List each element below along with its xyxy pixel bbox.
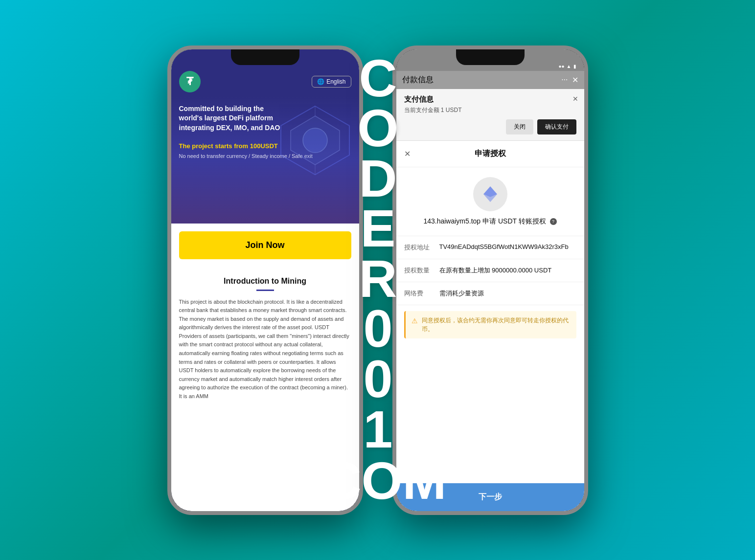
amount-value: 1 USDT [441,107,462,113]
close-button[interactable]: 关闭 [506,119,533,134]
hero-section: Committed to building the world's larges… [171,96,359,224]
eth-icon-wrap [396,177,584,211]
auth-title: 申请授权 [475,149,506,159]
status-icons-right: ●● ▲ ▮ [559,64,576,69]
right-phone: ●● ▲ ▮ 付款信息 ··· ✕ 支付信息 当前支付金额 1 USDT [392,45,588,515]
auth-sheet: ✕ 申请授权 143.haiwaiym5.top 申请 USDT 转账授权 ? [396,141,584,511]
hero-graphic [276,101,354,179]
svg-point-2 [303,128,327,153]
left-phone: ₮ 🌐 English Committed to building the wo… [167,45,363,515]
auth-row-network: 网络费 需消耗少量资源 [396,282,584,305]
intro-body: This project is about the blockchain pro… [179,298,351,401]
battery-icon: ▮ [573,64,576,69]
auth-domain: 143.haiwaiym5.top 申请 USDT 转账授权 ? [396,217,584,226]
payment-title: 支付信息 [404,95,576,104]
top-close-button[interactable]: ✕ [572,75,578,85]
eth-icon [473,177,507,211]
wifi-icon: ▲ [567,64,572,69]
warning-icon: ⚠ [412,316,418,334]
logo-symbol: ₮ [186,75,193,88]
phones-container: ₮ 🌐 English Committed to building the wo… [167,45,588,515]
globe-icon: 🌐 [317,78,324,85]
row-label-amount: 授权数量 [404,266,434,275]
auth-close-button[interactable]: ✕ [404,149,411,158]
payment-actions: 关闭 确认支付 [404,119,576,134]
auth-row-amount: 授权数量 在原有数量上增加 9000000.0000 USDT [396,259,584,282]
row-value-address: TV49nEADdqtS5BGfWotN1KWW9Ak32r3xFb [439,243,569,252]
warning-banner: ⚠ 同意授权后，该合约无需你再次同意即可转走你授权的代币。 [404,311,576,338]
language-button[interactable]: 🌐 English [312,76,351,88]
next-step-button[interactable]: 下一步 [396,483,584,511]
top-bar-title: 付款信息 [402,75,434,85]
lang-label: English [326,78,345,85]
right-phone-notch [456,49,525,65]
auth-rows: 授权地址 TV49nEADdqtS5BGfWotN1KWW9Ak32r3xFb … [396,236,584,483]
signal-icon: ●● [559,64,565,69]
join-now-button[interactable]: Join Now [179,231,351,259]
payment-amount: 当前支付金额 1 USDT [404,106,576,114]
right-screen: ●● ▲ ▮ 付款信息 ··· ✕ 支付信息 当前支付金额 1 USDT [396,49,584,511]
row-label-address: 授权地址 [404,243,434,252]
confirm-payment-button[interactable]: 确认支付 [537,119,576,134]
row-value-amount: 在原有数量上增加 9000000.0000 USDT [439,266,552,275]
more-button[interactable]: ··· [561,75,568,84]
domain-text: 143.haiwaiym5.top 申请 USDT 转账授权 [423,217,546,225]
info-icon[interactable]: ? [550,218,557,225]
auth-header: ✕ 申请授权 [396,141,584,167]
auth-row-address: 授权地址 TV49nEADdqtS5BGfWotN1KWW9Ak32r3xFb [396,236,584,259]
row-label-network: 网络费 [404,289,434,298]
phone-notch [231,49,299,65]
row-value-network: 需消耗少量资源 [439,289,484,298]
right-top-bar: 付款信息 ··· ✕ [396,71,584,89]
hero-title: Committed to building the world's larges… [179,104,287,133]
payment-banner: 支付信息 当前支付金额 1 USDT ✕ 关闭 确认支付 [396,89,584,141]
warning-text: 同意授权后，该合约无需你再次同意即可转走你授权的代币。 [422,316,571,334]
top-bar-actions: ··· ✕ [561,75,578,85]
white-section: Introduction to Mining This project is a… [171,267,359,511]
amount-label: 当前支付金额 [404,107,439,113]
intro-title: Introduction to Mining [179,277,351,286]
payment-close-button[interactable]: ✕ [572,95,578,103]
tether-logo: ₮ [179,71,201,92]
left-screen: ₮ 🌐 English Committed to building the wo… [171,49,359,511]
intro-divider [256,290,274,291]
